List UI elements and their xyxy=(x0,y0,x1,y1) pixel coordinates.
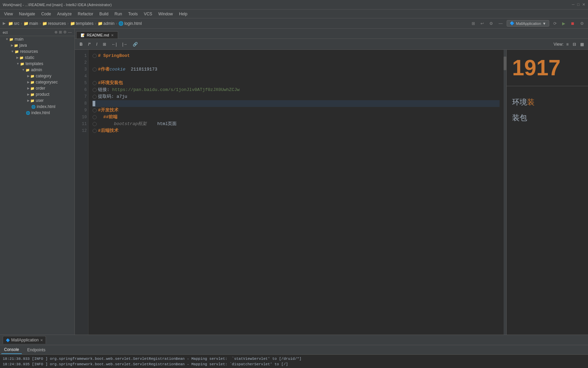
tab-readme[interactable]: 📝 README.md ✕ xyxy=(76,31,118,39)
line-dot xyxy=(93,122,97,126)
toolbar-icon-2[interactable]: ↩ xyxy=(479,20,485,27)
console-tab-endpoints[interactable]: Endpoints xyxy=(24,346,48,354)
folder-icon: 📁 xyxy=(30,87,34,90)
tree-item-templates[interactable]: ▼ 📁 templates xyxy=(0,61,75,67)
view-preview-btn[interactable]: ▦ xyxy=(579,41,585,47)
view-split-btn[interactable]: ⊟ xyxy=(571,41,577,47)
md-italic2-btn[interactable]: I xyxy=(94,41,99,47)
folder-icon: 📁 xyxy=(30,74,34,78)
minimize-btn[interactable]: ─ xyxy=(572,2,575,7)
tree-item-static[interactable]: ▶ 📁 static xyxy=(0,55,75,61)
md-right-btn[interactable]: |→ xyxy=(120,41,129,47)
menu-build[interactable]: Build xyxy=(97,11,111,17)
tree-label-category: category xyxy=(36,74,51,78)
line-dot xyxy=(93,108,97,112)
app-tab-close[interactable]: ✕ xyxy=(40,338,43,342)
title-bar: Work[main] - ...\README.md [main] - Inte… xyxy=(0,0,588,10)
view-list-btn[interactable]: ≡ xyxy=(565,41,570,47)
console-output[interactable]: 18:21:38.933 [INFO ] org.springframework… xyxy=(0,355,588,368)
console-tab-console[interactable]: Console xyxy=(1,346,22,354)
line-dot xyxy=(93,67,97,72)
tree-label-templates: templates xyxy=(26,61,43,66)
breadcrumb-resources[interactable]: 📁resources xyxy=(42,21,66,26)
menu-navigate[interactable]: Navigate xyxy=(16,11,38,17)
tree-item-admin[interactable]: ▼ 📁 admin xyxy=(0,67,75,73)
tree-item-category[interactable]: ▶ 📁 category xyxy=(0,73,75,79)
tree-item-resources[interactable]: ▼ 📁 resources xyxy=(0,48,75,55)
app-badge[interactable]: 🔷 MallApplication ▼ xyxy=(507,20,549,27)
menu-code[interactable]: Code xyxy=(38,11,54,17)
md-table-btn[interactable]: ⊞ xyxy=(101,41,108,47)
line-num: 1 xyxy=(76,52,87,59)
line-dot xyxy=(93,54,97,58)
tree-item-user[interactable]: ▶ 📁 user xyxy=(0,97,75,104)
vertical-scrollbar[interactable] xyxy=(504,50,506,335)
tree-label-resources: resources xyxy=(20,49,38,54)
md-italic-btn[interactable]: I* xyxy=(86,41,93,47)
tree-item-order[interactable]: ▶ 📁 order xyxy=(0,85,75,91)
toolbar-icon-3[interactable]: ⚙ xyxy=(488,20,494,27)
breadcrumb-bar: ▶ 📁src › 📁main › 📁resources › 📁templates… xyxy=(0,18,588,29)
code-area[interactable]: # SpringBoot #作者cookie 2118119173 #环境安装包… xyxy=(88,50,504,335)
toolbar-icon-1[interactable]: ⊞ xyxy=(470,20,476,27)
code-line-7: 提取码: a7ju xyxy=(93,93,500,100)
md-link-btn[interactable]: 🔗 xyxy=(131,41,140,47)
tree-item-main[interactable]: ▼ 📁 main xyxy=(0,36,75,42)
code-line-9: #开发技术 xyxy=(93,107,500,114)
close-btn[interactable]: ✕ xyxy=(582,2,585,7)
right-text1: 环境装 xyxy=(512,97,583,107)
tab-close-btn[interactable]: ✕ xyxy=(111,33,114,37)
menu-bar: View Navigate Code Analyze Refactor Buil… xyxy=(0,10,588,18)
menu-run[interactable]: Run xyxy=(112,11,125,17)
tree-item-product[interactable]: ▶ 📁 product xyxy=(0,91,75,97)
debug-btn[interactable]: ▶ xyxy=(561,20,567,27)
folder-icon: 📁 xyxy=(30,93,34,96)
scroll-thumb[interactable] xyxy=(504,57,506,70)
menu-view[interactable]: View xyxy=(1,11,16,17)
sidebar-btn-3[interactable]: ⚙ xyxy=(63,30,67,34)
tree-label-admin: admin xyxy=(31,67,42,72)
tree-item-index-html-2[interactable]: 🌐 index.html xyxy=(0,110,75,116)
toolbar-icon-4[interactable]: — xyxy=(497,20,504,27)
tree-label-index-html-1: index.html xyxy=(37,104,55,109)
code-line-12: #后端技术 xyxy=(93,127,500,134)
sidebar-btn-4[interactable]: — xyxy=(68,30,72,34)
stop-btn[interactable]: ⏹ xyxy=(569,20,576,27)
breadcrumb-src[interactable]: 📁src xyxy=(8,21,19,26)
code-line-10: ##前端 xyxy=(93,114,500,121)
line-num: 8 xyxy=(76,100,87,107)
menu-window[interactable]: Window xyxy=(156,11,176,17)
folder-icon: 📁 xyxy=(14,44,18,47)
line-num: 12 xyxy=(76,127,87,134)
log-line: 18:24:38.935 [INFO ] org.springframework… xyxy=(0,362,588,367)
menu-help[interactable]: Help xyxy=(176,11,190,17)
project-icon[interactable]: ▶ xyxy=(3,21,5,26)
tree-label-static: static xyxy=(25,55,34,60)
right-text2: 装包 xyxy=(512,113,583,123)
tree-item-java[interactable]: ▶ 📁 java xyxy=(0,42,75,48)
editor-content: 1 2 3 4 5 6 7 8 9 10 11 12 # SpringBoot xyxy=(75,50,588,335)
sidebar-btn-1[interactable]: ⊕ xyxy=(54,30,58,34)
breadcrumb-templates[interactable]: 📁templates xyxy=(70,21,94,26)
sidebar: ect ⊕ ⊞ ⚙ — ▼ 📁 main ▶ 📁 java ▼ 📁 resour… xyxy=(0,29,75,335)
menu-vcs[interactable]: VCS xyxy=(141,11,155,17)
view-label: View: xyxy=(554,42,564,47)
line-dot xyxy=(93,115,97,119)
menu-refactor[interactable]: Refactor xyxy=(75,11,96,17)
settings-btn[interactable]: ⚙ xyxy=(579,20,585,27)
app-tab-mall[interactable]: 🔷 MallApplication ✕ xyxy=(3,336,46,344)
sidebar-btn-2[interactable]: ⊞ xyxy=(59,30,62,34)
breadcrumb-admin[interactable]: 📁admin xyxy=(98,21,115,26)
menu-tools[interactable]: Tools xyxy=(126,11,141,17)
md-left-btn[interactable]: ←| xyxy=(110,41,119,47)
md-toolbar: B I* I ⊞ ←| |→ 🔗 View: ≡ ⊟ ▦ xyxy=(75,39,588,50)
maximize-btn[interactable]: □ xyxy=(577,2,579,7)
refresh-btn[interactable]: ⟳ xyxy=(552,20,558,27)
breadcrumb-main[interactable]: 📁main xyxy=(23,21,38,26)
menu-analyze[interactable]: Analyze xyxy=(54,11,75,17)
md-bold-btn[interactable]: B xyxy=(78,41,85,47)
tree-label-main: main xyxy=(15,37,23,42)
app-badge-label: MallApplication xyxy=(516,21,541,26)
tree-item-index-html-1[interactable]: 🌐 index.html xyxy=(0,104,75,110)
tree-item-categorysec[interactable]: ▶ 📁 categorysec xyxy=(0,79,75,85)
